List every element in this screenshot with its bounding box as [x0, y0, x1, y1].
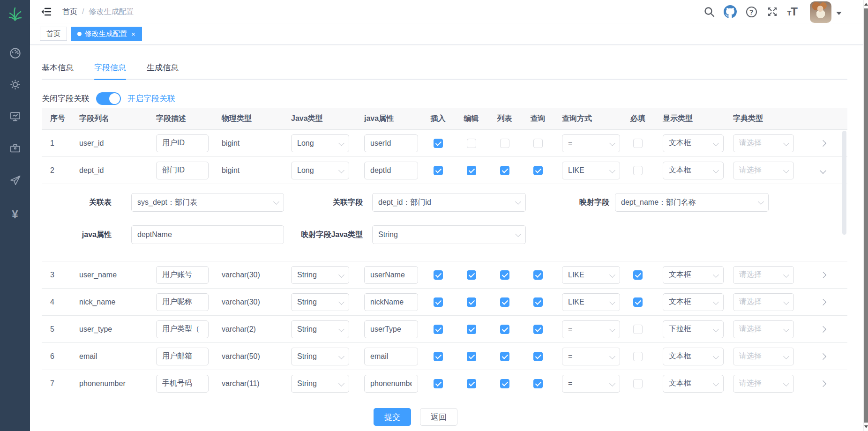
html-type-select[interactable]: 文本框 [663, 375, 724, 393]
query-type-select[interactable]: = [562, 375, 620, 393]
html-type-select[interactable]: 文本框 [663, 266, 724, 284]
insert-checkbox[interactable] [434, 379, 443, 388]
query-checkbox[interactable] [533, 270, 543, 280]
sidebar-toggle-icon[interactable] [40, 6, 52, 18]
required-checkbox[interactable] [633, 325, 643, 334]
html-type-select[interactable]: 文本框 [663, 293, 724, 311]
required-checkbox[interactable] [633, 352, 643, 361]
insert-checkbox[interactable] [434, 325, 443, 334]
scrollbar-thumb[interactable] [864, 8, 868, 423]
column-desc-input[interactable] [156, 375, 209, 393]
dict-type-select[interactable]: 请选择 [733, 293, 794, 311]
column-desc-input[interactable] [156, 134, 209, 152]
html-type-select[interactable]: 文本框 [663, 134, 724, 152]
edit-checkbox[interactable] [467, 297, 476, 307]
list-checkbox[interactable] [500, 379, 509, 388]
tab-1[interactable]: 字段信息 [94, 57, 126, 80]
html-type-select[interactable]: 下拉框 [663, 320, 724, 338]
java-type-select[interactable]: String [291, 348, 349, 365]
tab-0[interactable]: 基本信息 [42, 57, 74, 80]
java-field-input[interactable] [364, 266, 418, 284]
edit-checkbox[interactable] [467, 379, 476, 388]
java-type-select[interactable]: String [291, 266, 349, 284]
query-checkbox[interactable] [533, 352, 543, 361]
user-menu[interactable] [810, 0, 842, 23]
sidebar-item-system[interactable] [0, 69, 30, 101]
back-button[interactable]: 返回 [420, 408, 457, 426]
java-type-select[interactable]: String [291, 293, 349, 311]
insert-checkbox[interactable] [434, 270, 443, 280]
linkage-select[interactable]: dept_name：部门名称 [615, 193, 769, 212]
column-desc-input[interactable] [156, 293, 209, 311]
font-size-icon[interactable]: TT [787, 5, 797, 18]
scrollbar-down-arrow[interactable] [864, 425, 868, 428]
help-icon[interactable]: ? [745, 5, 758, 18]
list-checkbox[interactable] [500, 166, 509, 175]
java-field-input[interactable] [364, 320, 418, 338]
java-field-input[interactable] [364, 162, 418, 179]
edit-checkbox[interactable] [467, 270, 476, 280]
search-icon[interactable] [703, 5, 716, 18]
column-desc-input[interactable] [156, 348, 209, 365]
tag-close-icon[interactable]: × [131, 30, 135, 38]
collapse-row-icon[interactable] [820, 167, 826, 173]
query-type-select[interactable]: = [562, 134, 620, 152]
list-checkbox[interactable] [500, 352, 509, 361]
dict-type-select[interactable]: 请选择 [733, 348, 794, 365]
java-field-input[interactable] [364, 134, 418, 152]
dict-type-select[interactable]: 请选择 [733, 266, 794, 284]
edit-checkbox[interactable] [467, 352, 476, 361]
java-type-select[interactable]: Long [291, 134, 349, 152]
submit-button[interactable]: 提交 [374, 408, 411, 426]
dict-type-select[interactable]: 请选择 [733, 134, 794, 152]
expand-row-icon[interactable] [820, 298, 826, 305]
expand-row-icon[interactable] [820, 140, 826, 146]
insert-checkbox[interactable] [434, 297, 443, 307]
linkage-input[interactable] [131, 225, 284, 244]
sidebar-item-tool[interactable] [0, 133, 30, 165]
query-checkbox[interactable] [533, 139, 543, 148]
java-field-input[interactable] [364, 375, 418, 393]
query-type-select[interactable]: LIKE [562, 162, 620, 179]
expand-row-icon[interactable] [820, 271, 826, 278]
query-checkbox[interactable] [533, 297, 543, 307]
expand-row-icon[interactable] [820, 380, 826, 386]
sidebar-item-dashboard[interactable] [0, 37, 30, 69]
tag-0[interactable]: 首页 [40, 27, 67, 41]
query-type-select[interactable]: = [562, 348, 620, 365]
query-checkbox[interactable] [533, 166, 543, 175]
edit-checkbox[interactable] [467, 166, 476, 175]
list-checkbox[interactable] [500, 325, 509, 334]
linkage-select[interactable]: String [372, 225, 526, 244]
java-type-select[interactable]: Long [291, 162, 349, 179]
fullscreen-icon[interactable] [766, 5, 779, 18]
edit-checkbox[interactable] [467, 139, 476, 148]
query-type-select[interactable]: LIKE [562, 266, 620, 284]
insert-checkbox[interactable] [434, 166, 443, 175]
scrollbar-up-arrow[interactable] [864, 3, 868, 6]
java-type-select[interactable]: String [291, 320, 349, 338]
java-type-select[interactable]: String [291, 375, 349, 393]
query-type-select[interactable]: = [562, 320, 620, 338]
column-desc-input[interactable] [156, 162, 209, 179]
dict-type-select[interactable]: 请选择 [733, 375, 794, 393]
insert-checkbox[interactable] [434, 352, 443, 361]
java-field-input[interactable] [364, 348, 418, 365]
breadcrumb-home[interactable]: 首页 [62, 7, 77, 17]
relation-switch[interactable] [96, 92, 121, 105]
column-desc-input[interactable] [156, 320, 209, 338]
edit-checkbox[interactable] [467, 325, 476, 334]
linkage-select[interactable]: sys_dept：部门表 [131, 193, 284, 212]
html-type-select[interactable]: 文本框 [663, 348, 724, 365]
required-checkbox[interactable] [633, 379, 643, 388]
table-scrollbar-thumb[interactable] [842, 131, 846, 235]
java-field-input[interactable] [364, 293, 418, 311]
sidebar-item-pay[interactable]: ¥ [0, 199, 30, 230]
html-type-select[interactable]: 文本框 [663, 162, 724, 179]
query-checkbox[interactable] [533, 325, 543, 334]
query-type-select[interactable]: LIKE [562, 293, 620, 311]
list-checkbox[interactable] [500, 270, 509, 280]
sidebar-item-monitor[interactable] [0, 101, 30, 133]
github-icon[interactable] [724, 5, 737, 18]
list-checkbox[interactable] [500, 297, 509, 307]
